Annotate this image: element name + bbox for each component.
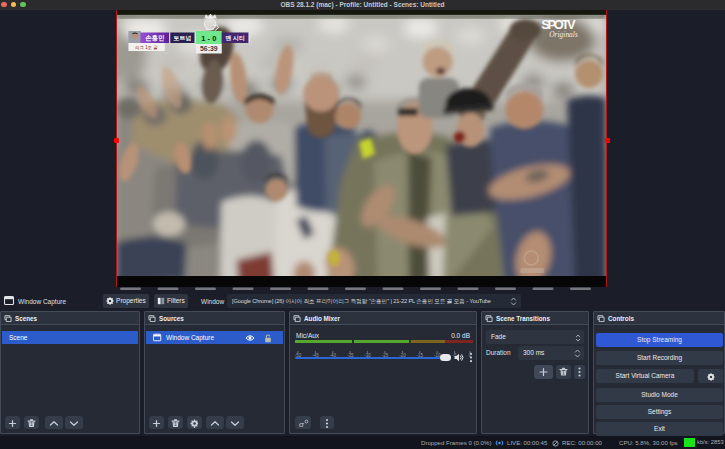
svg-text:맨 시티: 맨 시티 <box>225 35 245 42</box>
svg-text:Originals: Originals <box>549 30 578 39</box>
svg-text:손흥민: 손흥민 <box>145 34 164 42</box>
svg-text:토트넘: 토트넘 <box>173 35 191 42</box>
svg-text:σ: σ <box>299 420 305 429</box>
svg-text:리그 1호 골: 리그 1호 골 <box>135 45 158 50</box>
svg-text:1 - 0: 1 - 0 <box>201 34 216 43</box>
svg-text:56:39: 56:39 <box>200 45 218 52</box>
